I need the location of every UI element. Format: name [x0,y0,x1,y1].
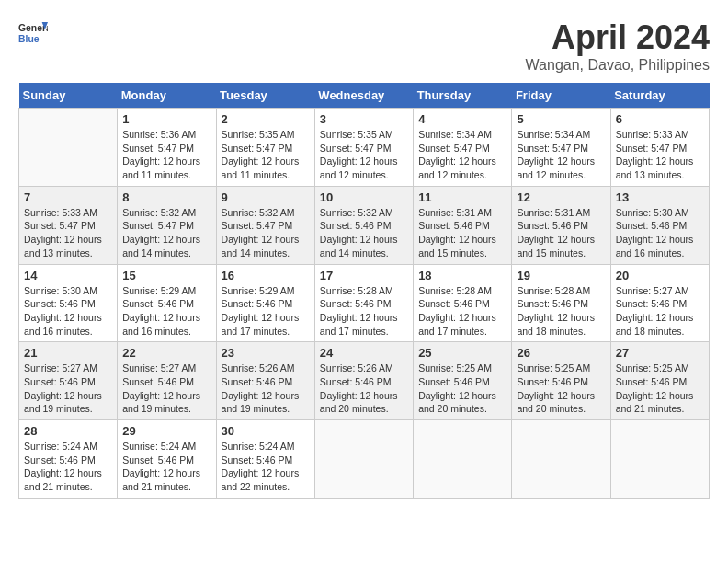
day-number: 3 [320,112,408,126]
day-number: 9 [222,190,310,204]
cell-info: Sunrise: 5:34 AMSunset: 5:47 PMDaylight:… [517,128,605,182]
calendar-cell: 11Sunrise: 5:31 AMSunset: 5:46 PMDayligh… [414,186,512,264]
cell-info: Sunrise: 5:26 AMSunset: 5:46 PMDaylight:… [222,362,310,416]
day-number: 5 [517,112,605,126]
calendar-cell [512,420,610,499]
cell-info: Sunrise: 5:31 AMSunset: 5:46 PMDaylight:… [418,206,506,260]
day-number: 1 [122,112,210,126]
day-number: 14 [24,269,112,282]
calendar-cell: 22Sunrise: 5:27 AMSunset: 5:46 PMDayligh… [118,342,216,420]
calendar-cell [19,109,118,187]
weekday-header-friday: Friday [512,83,610,109]
calendar-cell: 17Sunrise: 5:28 AMSunset: 5:46 PMDayligh… [314,264,413,342]
calendar-cell: 3Sunrise: 5:35 AMSunset: 5:47 PMDaylight… [314,109,413,187]
cell-info: Sunrise: 5:36 AMSunset: 5:47 PMDaylight:… [122,128,210,182]
weekday-header-monday: Monday [118,83,216,109]
cell-info: Sunrise: 5:26 AMSunset: 5:46 PMDaylight:… [320,362,408,416]
day-number: 18 [418,269,506,282]
day-number: 4 [418,112,506,126]
cell-info: Sunrise: 5:35 AMSunset: 5:47 PMDaylight:… [222,128,310,182]
cell-info: Sunrise: 5:25 AMSunset: 5:46 PMDaylight:… [616,362,704,416]
calendar-cell: 20Sunrise: 5:27 AMSunset: 5:46 PMDayligh… [610,264,709,342]
calendar-cell: 26Sunrise: 5:25 AMSunset: 5:46 PMDayligh… [512,342,610,420]
day-number: 10 [320,190,408,204]
day-number: 30 [222,424,310,438]
cell-info: Sunrise: 5:35 AMSunset: 5:47 PMDaylight:… [320,128,408,182]
day-number: 22 [122,346,210,360]
week-row-1: 1Sunrise: 5:36 AMSunset: 5:47 PMDaylight… [19,109,710,187]
cell-info: Sunrise: 5:30 AMSunset: 5:46 PMDaylight:… [24,284,112,339]
calendar-cell: 28Sunrise: 5:24 AMSunset: 5:46 PMDayligh… [19,420,118,499]
calendar-cell: 24Sunrise: 5:26 AMSunset: 5:46 PMDayligh… [314,342,413,420]
calendar-cell: 7Sunrise: 5:33 AMSunset: 5:47 PMDaylight… [19,186,118,264]
calendar-cell: 29Sunrise: 5:24 AMSunset: 5:46 PMDayligh… [118,420,216,499]
weekday-header-saturday: Saturday [610,83,709,109]
cell-info: Sunrise: 5:25 AMSunset: 5:46 PMDaylight:… [418,362,506,416]
cell-info: Sunrise: 5:31 AMSunset: 5:46 PMDaylight:… [517,206,605,260]
page-header: General Blue April 2024 Wangan, Davao, P… [18,18,710,74]
cell-info: Sunrise: 5:30 AMSunset: 5:46 PMDaylight:… [616,206,704,260]
day-number: 25 [418,346,506,360]
weekday-header-row: SundayMondayTuesdayWednesdayThursdayFrid… [19,83,710,109]
day-number: 11 [418,190,506,204]
month-title: April 2024 [526,18,710,57]
calendar-cell: 16Sunrise: 5:29 AMSunset: 5:46 PMDayligh… [216,264,314,342]
week-row-2: 7Sunrise: 5:33 AMSunset: 5:47 PMDaylight… [19,186,710,264]
day-number: 2 [222,112,310,126]
cell-info: Sunrise: 5:29 AMSunset: 5:46 PMDaylight:… [122,284,210,339]
cell-info: Sunrise: 5:28 AMSunset: 5:46 PMDaylight:… [320,284,408,339]
calendar-cell: 1Sunrise: 5:36 AMSunset: 5:47 PMDaylight… [118,109,216,187]
day-number: 8 [122,190,210,204]
calendar-cell: 2Sunrise: 5:35 AMSunset: 5:47 PMDaylight… [216,109,314,187]
calendar-cell: 27Sunrise: 5:25 AMSunset: 5:46 PMDayligh… [610,342,709,420]
calendar-cell: 18Sunrise: 5:28 AMSunset: 5:46 PMDayligh… [414,264,512,342]
calendar-cell: 12Sunrise: 5:31 AMSunset: 5:46 PMDayligh… [512,186,610,264]
cell-info: Sunrise: 5:28 AMSunset: 5:46 PMDaylight:… [517,284,605,339]
cell-info: Sunrise: 5:28 AMSunset: 5:46 PMDaylight:… [418,284,506,339]
calendar-cell: 15Sunrise: 5:29 AMSunset: 5:46 PMDayligh… [118,264,216,342]
calendar-cell: 10Sunrise: 5:32 AMSunset: 5:46 PMDayligh… [314,186,413,264]
day-number: 26 [517,346,605,360]
calendar-cell [414,420,512,499]
day-number: 23 [222,346,310,360]
day-number: 7 [24,190,112,204]
day-number: 21 [24,346,112,360]
week-row-3: 14Sunrise: 5:30 AMSunset: 5:46 PMDayligh… [19,264,710,342]
week-row-5: 28Sunrise: 5:24 AMSunset: 5:46 PMDayligh… [19,420,710,499]
calendar-cell: 23Sunrise: 5:26 AMSunset: 5:46 PMDayligh… [216,342,314,420]
week-row-4: 21Sunrise: 5:27 AMSunset: 5:46 PMDayligh… [19,342,710,420]
day-number: 13 [616,190,704,204]
cell-info: Sunrise: 5:33 AMSunset: 5:47 PMDaylight:… [616,128,704,182]
logo: General Blue [18,18,48,48]
day-number: 28 [24,424,112,438]
weekday-header-thursday: Thursday [414,83,512,109]
weekday-header-tuesday: Tuesday [216,83,314,109]
weekday-header-wednesday: Wednesday [314,83,413,109]
calendar-cell: 9Sunrise: 5:32 AMSunset: 5:47 PMDaylight… [216,186,314,264]
cell-info: Sunrise: 5:27 AMSunset: 5:46 PMDaylight:… [24,362,112,416]
day-number: 27 [616,346,704,360]
cell-info: Sunrise: 5:27 AMSunset: 5:46 PMDaylight:… [616,284,704,339]
weekday-header-sunday: Sunday [19,83,118,109]
cell-info: Sunrise: 5:24 AMSunset: 5:46 PMDaylight:… [122,440,210,494]
calendar-cell: 8Sunrise: 5:32 AMSunset: 5:47 PMDaylight… [118,186,216,264]
calendar-cell: 5Sunrise: 5:34 AMSunset: 5:47 PMDaylight… [512,109,610,187]
day-number: 29 [122,424,210,438]
calendar-cell: 14Sunrise: 5:30 AMSunset: 5:46 PMDayligh… [19,264,118,342]
cell-info: Sunrise: 5:33 AMSunset: 5:47 PMDaylight:… [24,206,112,260]
calendar-cell: 21Sunrise: 5:27 AMSunset: 5:46 PMDayligh… [19,342,118,420]
cell-info: Sunrise: 5:32 AMSunset: 5:47 PMDaylight:… [122,206,210,260]
calendar-cell [314,420,413,499]
cell-info: Sunrise: 5:24 AMSunset: 5:46 PMDaylight:… [24,440,112,494]
svg-text:Blue: Blue [18,34,40,44]
cell-info: Sunrise: 5:29 AMSunset: 5:46 PMDaylight:… [222,284,310,339]
day-number: 24 [320,346,408,360]
day-number: 19 [517,269,605,282]
calendar-table: SundayMondayTuesdayWednesdayThursdayFrid… [18,83,710,499]
calendar-cell [610,420,709,499]
calendar-cell: 6Sunrise: 5:33 AMSunset: 5:47 PMDaylight… [610,109,709,187]
cell-info: Sunrise: 5:27 AMSunset: 5:46 PMDaylight:… [122,362,210,416]
day-number: 15 [122,269,210,282]
day-number: 20 [616,269,704,282]
calendar-cell: 25Sunrise: 5:25 AMSunset: 5:46 PMDayligh… [414,342,512,420]
